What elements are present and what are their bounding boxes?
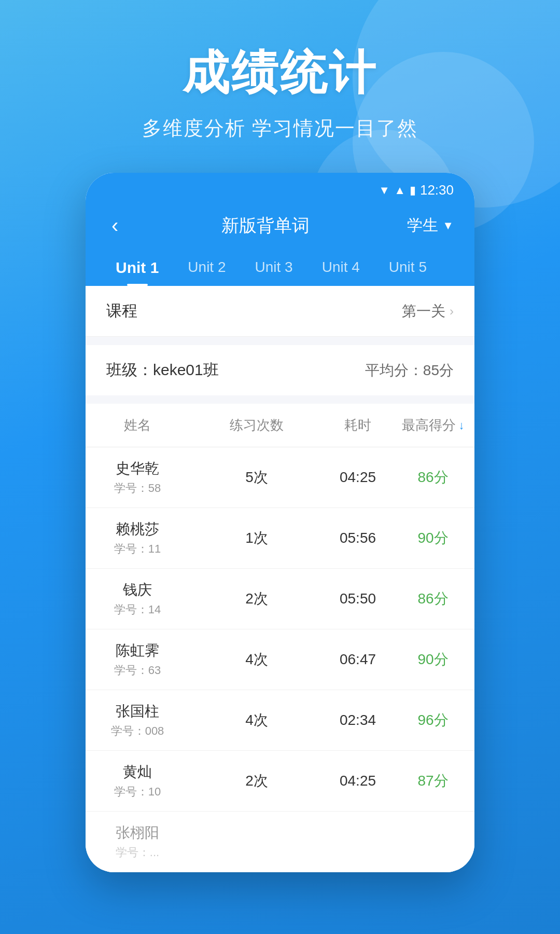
table-row: 黄灿 学号：10 2次 04:25 87分: [86, 751, 474, 812]
tab-unit4[interactable]: Unit 4: [307, 253, 374, 286]
practice-time: 04:25: [324, 762, 391, 800]
student-name: 陈虹霁: [116, 641, 159, 661]
signal-icon: ▲: [394, 184, 405, 197]
practice-time: 06:47: [324, 641, 391, 678]
student-label: 学生: [407, 215, 438, 236]
highest-score: 86分: [391, 579, 474, 619]
th-name: 姓名: [86, 404, 189, 447]
back-button[interactable]: ‹: [106, 209, 123, 242]
student-id: 学号：11: [114, 541, 161, 557]
class-name: 班级：keke01班: [106, 360, 219, 381]
unit-tabs: Unit 1 Unit 2 Unit 3 Unit 4 Unit 5: [86, 242, 474, 286]
page-subtitle: 多维度分析 学习情况一目了然: [0, 115, 560, 142]
student-name: 钱庆: [123, 580, 152, 600]
practice-count: 2次: [189, 761, 324, 801]
student-name: 黄灿: [123, 762, 152, 782]
practice-count: 4次: [189, 700, 324, 740]
course-level-text: 第一关: [402, 301, 445, 321]
avg-score: 平均分：85分: [365, 361, 454, 380]
table-row: 史华乾 学号：58 5次 04:25 86分: [86, 447, 474, 508]
student-id: 学号：10: [114, 784, 161, 800]
practice-time: 02:34: [324, 702, 391, 739]
th-time: 耗时: [324, 404, 391, 447]
student-id: 学号：58: [114, 480, 161, 496]
student-dropdown-button[interactable]: 学生 ▼: [407, 215, 454, 236]
student-name-cell: 黄灿 学号：10: [86, 751, 189, 811]
sort-arrow-icon: ↓: [459, 419, 465, 432]
class-info-row: 班级：keke01班 平均分：85分: [86, 345, 474, 395]
status-bar: ▼ ▲ ▮ 12:30: [86, 173, 474, 203]
student-name: 赖桃莎: [116, 519, 159, 539]
tab-unit2[interactable]: Unit 2: [173, 253, 240, 286]
highest-score: [391, 831, 474, 852]
highest-score: 90分: [391, 639, 474, 680]
status-time: 12:30: [420, 182, 454, 198]
student-name: 张国柱: [116, 702, 159, 721]
table-row: 张国柱 学号：008 4次 02:34 96分: [86, 690, 474, 751]
course-row[interactable]: 课程 第一关 ›: [86, 286, 474, 337]
status-icons: ▼ ▲ ▮ 12:30: [379, 182, 454, 198]
course-arrow-icon: ›: [450, 304, 454, 319]
table-row: 张栩阳 学号：...: [86, 812, 474, 872]
student-name-cell: 陈虹霁 学号：63: [86, 629, 189, 690]
practice-count: [189, 831, 324, 852]
phone-mockup: ▼ ▲ ▮ 12:30 ‹ 新版背单词 学生 ▼ Unit 1 Unit 2 U…: [86, 173, 474, 872]
wifi-icon: ▼: [379, 184, 390, 197]
student-name: 史华乾: [116, 459, 159, 478]
student-name-cell: 赖桃莎 学号：11: [86, 508, 189, 568]
nav-title: 新版背单词: [221, 214, 310, 238]
dropdown-arrow-icon: ▼: [442, 219, 454, 232]
practice-count: 4次: [189, 639, 324, 680]
student-name: 张栩阳: [116, 823, 159, 843]
student-name-cell: 钱庆 学号：14: [86, 569, 189, 629]
highest-score: 87分: [391, 761, 474, 801]
page-main-title: 成绩统计: [0, 42, 560, 105]
header-section: 成绩统计 多维度分析 学习情况一目了然: [0, 0, 560, 142]
practice-count: 5次: [189, 457, 324, 498]
tab-unit1[interactable]: Unit 1: [101, 253, 173, 286]
table-row: 钱庆 学号：14 2次 05:50 86分: [86, 569, 474, 629]
student-id: 学号：008: [111, 723, 164, 739]
battery-icon: ▮: [410, 184, 416, 197]
student-id: 学号：14: [114, 602, 161, 617]
practice-time: 05:56: [324, 519, 391, 557]
highest-score: 90分: [391, 518, 474, 558]
th-score-sortable[interactable]: 最高得分 ↓: [391, 404, 474, 447]
practice-count: 1次: [189, 518, 324, 558]
student-name-cell: 张国柱 学号：008: [86, 690, 189, 750]
practice-time: [324, 831, 391, 852]
table-header: 姓名 练习次数 耗时 最高得分 ↓: [86, 404, 474, 447]
course-level[interactable]: 第一关 ›: [402, 301, 454, 321]
th-score-label: 最高得分: [402, 416, 456, 434]
highest-score: 96分: [391, 700, 474, 740]
highest-score: 86分: [391, 457, 474, 498]
scores-table: 姓名 练习次数 耗时 最高得分 ↓ 史华乾 学号：58 5次 04:25 86分: [86, 404, 474, 872]
content-area: 课程 第一关 › 班级：keke01班 平均分：85分 姓名 练习次数 耗时 最…: [86, 286, 474, 872]
student-name-cell: 史华乾 学号：58: [86, 447, 189, 507]
practice-time: 04:25: [324, 459, 391, 496]
student-name-cell: 张栩阳 学号：...: [86, 812, 189, 872]
practice-count: 2次: [189, 579, 324, 619]
tab-unit3[interactable]: Unit 3: [241, 253, 307, 286]
table-row: 陈虹霁 学号：63 4次 06:47 90分: [86, 629, 474, 690]
table-row: 赖桃莎 学号：11 1次 05:56 90分: [86, 508, 474, 569]
nav-bar: ‹ 新版背单词 学生 ▼: [86, 203, 474, 242]
practice-time: 05:50: [324, 580, 391, 617]
student-id: 学号：63: [114, 663, 161, 678]
course-label: 课程: [106, 300, 137, 322]
tab-unit5[interactable]: Unit 5: [374, 253, 441, 286]
th-count: 练习次数: [189, 404, 324, 447]
student-id: 学号：...: [116, 845, 159, 860]
